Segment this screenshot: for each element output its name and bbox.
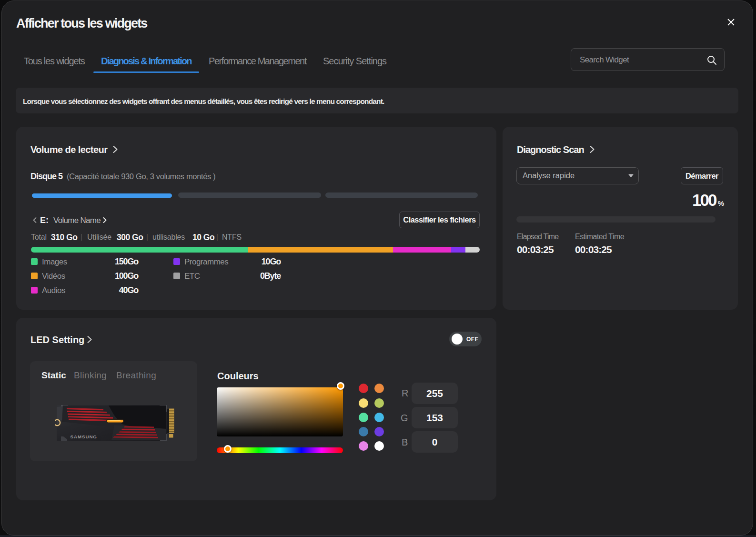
svg-text:SAMSUNG: SAMSUNG <box>71 434 97 439</box>
